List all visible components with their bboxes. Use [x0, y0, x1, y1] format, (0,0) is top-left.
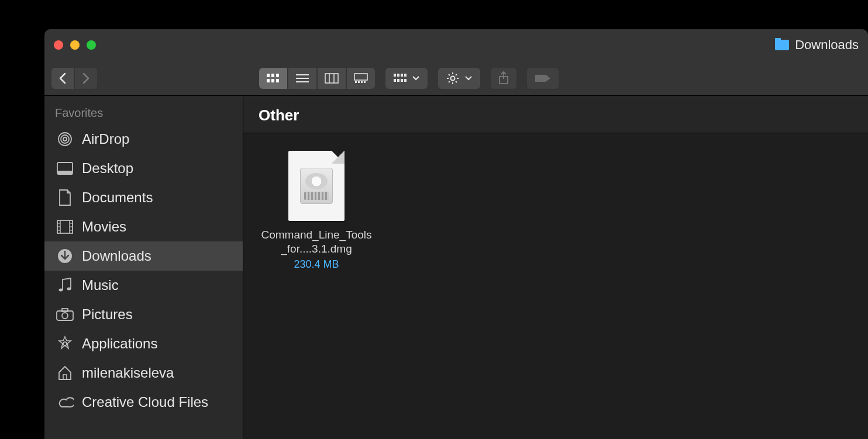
sidebar-item-airdrop[interactable]: AirDrop: [44, 125, 243, 154]
icon-view-button[interactable]: [259, 68, 287, 89]
pictures-icon: [56, 306, 74, 323]
sidebar-item-label: AirDrop: [82, 131, 129, 147]
svg-rect-40: [57, 171, 73, 174]
column-view-button[interactable]: [318, 68, 346, 89]
svg-rect-4: [271, 79, 274, 82]
folder-icon: [775, 40, 789, 50]
svg-rect-21: [394, 79, 396, 82]
svg-rect-57: [63, 375, 67, 379]
creative-cloud-icon: [56, 393, 74, 411]
svg-rect-19: [401, 74, 403, 77]
grid-icon: [266, 73, 280, 84]
svg-rect-13: [355, 81, 357, 83]
finder-window: Downloads: [44, 29, 868, 439]
close-button[interactable]: [54, 40, 63, 50]
disk-glyph: [300, 168, 333, 204]
sidebar-item-desktop[interactable]: Desktop: [44, 154, 243, 183]
sidebar-item-movies[interactable]: Movies: [44, 212, 243, 241]
dmg-file-icon: [288, 151, 345, 221]
sidebar-item-creative-cloud[interactable]: Creative Cloud Files: [44, 388, 243, 417]
sidebar-heading: Favorites: [44, 104, 243, 125]
music-icon: [56, 276, 74, 294]
view-mode-buttons: [259, 68, 375, 89]
svg-rect-16: [364, 81, 366, 83]
gallery-view-button[interactable]: [347, 68, 375, 89]
titlebar: Downloads: [44, 29, 868, 61]
file-size: 230.4 MB: [261, 258, 372, 271]
section-header: Other: [243, 96, 868, 133]
sidebar-item-documents[interactable]: Documents: [44, 183, 243, 212]
svg-rect-1: [271, 74, 274, 77]
file-name: Command_Line_Tools_for....3.1.dmg: [261, 228, 372, 256]
svg-rect-0: [267, 74, 270, 77]
svg-point-55: [62, 313, 68, 319]
svg-rect-7: [296, 78, 309, 79]
back-button[interactable]: [51, 68, 74, 89]
main-area: Other Command_Line_Tools_for....3.1.dmg …: [243, 96, 868, 439]
sidebar-item-label: Downloads: [82, 248, 151, 264]
svg-point-36: [63, 137, 67, 141]
toolbar: [44, 61, 868, 96]
list-view-button[interactable]: [288, 68, 316, 89]
desktop-icon: [56, 160, 74, 177]
svg-rect-17: [394, 74, 396, 77]
svg-line-30: [449, 74, 450, 75]
sidebar-item-downloads[interactable]: Downloads: [44, 241, 243, 271]
svg-point-51: [59, 289, 63, 292]
svg-rect-5: [276, 79, 279, 82]
file-item[interactable]: Command_Line_Tools_for....3.1.dmg 230.4 …: [261, 151, 372, 271]
svg-rect-8: [296, 81, 309, 82]
chevron-left-icon: [58, 72, 67, 84]
nav-buttons: [51, 68, 97, 89]
svg-rect-2: [276, 74, 279, 77]
svg-rect-23: [401, 79, 403, 82]
sidebar-item-label: Desktop: [82, 160, 133, 177]
downloads-icon: [56, 247, 74, 265]
sidebar-item-label: milenakiseleva: [82, 365, 174, 381]
window-title-text: Downloads: [795, 37, 859, 53]
minimize-button[interactable]: [70, 40, 80, 50]
sidebar-item-label: Movies: [82, 219, 126, 235]
svg-line-31: [456, 81, 457, 82]
home-icon: [56, 364, 74, 382]
svg-line-32: [449, 81, 450, 82]
sidebar-item-music[interactable]: Music: [44, 271, 243, 300]
applications-icon: [56, 335, 74, 352]
sidebar-item-label: Pictures: [82, 306, 133, 323]
action-button[interactable]: [438, 68, 480, 89]
svg-rect-54: [62, 309, 68, 312]
svg-rect-3: [267, 79, 270, 82]
svg-point-52: [67, 288, 71, 291]
svg-point-25: [450, 76, 454, 80]
traffic-lights: [54, 40, 96, 50]
svg-rect-14: [358, 81, 360, 83]
window-title: Downloads: [775, 37, 859, 53]
file-grid[interactable]: Command_Line_Tools_for....3.1.dmg 230.4 …: [243, 133, 868, 288]
svg-point-37: [61, 135, 69, 143]
share-icon: [498, 71, 509, 85]
maximize-button[interactable]: [87, 40, 96, 50]
svg-rect-12: [354, 74, 367, 80]
sidebar-item-applications[interactable]: Applications: [44, 329, 243, 358]
share-button[interactable]: [491, 68, 516, 89]
svg-rect-22: [397, 79, 399, 82]
svg-rect-9: [325, 74, 338, 83]
tags-button[interactable]: [527, 68, 559, 89]
sidebar-item-label: Applications: [82, 336, 157, 352]
chevron-down-icon: [412, 76, 419, 81]
sidebar: Favorites AirDrop Desktop Documents: [44, 96, 243, 439]
columns-icon: [325, 73, 339, 84]
gear-icon: [446, 72, 459, 85]
sidebar-item-home[interactable]: milenakiseleva: [44, 358, 243, 388]
gallery-icon: [354, 73, 368, 84]
documents-icon: [56, 189, 74, 206]
svg-rect-18: [397, 74, 399, 77]
sidebar-item-pictures[interactable]: Pictures: [44, 300, 243, 329]
forward-button[interactable]: [75, 68, 97, 89]
sidebar-item-label: Documents: [82, 189, 153, 206]
chevron-down-icon: [465, 76, 472, 81]
arrange-icon: [394, 74, 407, 83]
arrange-button[interactable]: [385, 68, 428, 89]
svg-rect-20: [404, 74, 407, 77]
svg-line-33: [456, 74, 457, 75]
